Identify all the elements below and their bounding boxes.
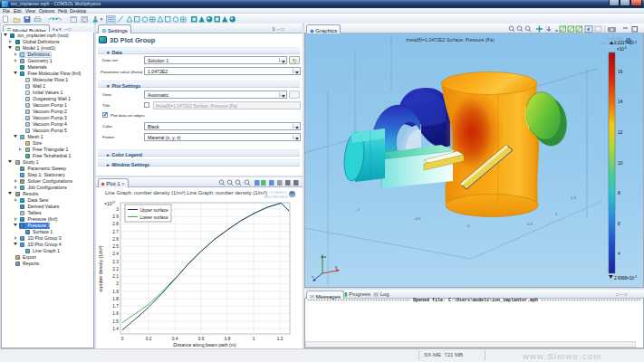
svg-text:2.4: 2.4 <box>112 252 119 256</box>
svg-text:1.5: 1.5 <box>571 195 576 200</box>
svg-text:2.3: 2.3 <box>112 260 119 264</box>
svg-text:6: 6 <box>618 222 620 226</box>
svg-text:2.6: 2.6 <box>112 237 119 242</box>
svg-text:16: 16 <box>618 70 623 74</box>
svg-text:0.5: 0.5 <box>527 222 533 226</box>
svg-text:1: 1 <box>253 337 255 341</box>
svg-text:theta(8)=1.0472E2 Surface: Pr: theta(8)=1.0472E2 Surface: Pressure (Pa) <box>406 37 495 43</box>
svg-text:2: 2 <box>116 281 119 286</box>
svg-text:Lower surface: Lower surface <box>140 214 169 220</box>
svg-text:10: 10 <box>618 161 623 166</box>
svg-text:3: 3 <box>116 207 119 212</box>
svg-text:1.7: 1.7 <box>112 304 119 309</box>
svg-text:x: x <box>312 274 313 279</box>
svg-text:1.6: 1.6 <box>112 311 119 316</box>
svg-text:0.6: 0.6 <box>198 337 205 341</box>
svg-text:number density (1/m³): number density (1/m³) <box>98 245 103 291</box>
svg-text:Upper surface: Upper surface <box>140 207 169 213</box>
svg-text:y: y <box>335 264 337 269</box>
svg-text:2.2217×10-3: 2.2217×10-3 <box>614 41 637 45</box>
svg-text:0.2: 0.2 <box>146 337 152 341</box>
svg-text:2.9: 2.9 <box>112 214 119 219</box>
svg-text:2.2: 2.2 <box>112 267 119 272</box>
svg-text:8: 8 <box>618 191 620 195</box>
svg-text:0.8: 0.8 <box>225 337 231 341</box>
svg-text:2.8: 2.8 <box>112 222 119 226</box>
svg-text:2.9968×10-4: 2.9968×10-4 <box>614 275 637 280</box>
svg-text:0.4: 0.4 <box>172 337 178 341</box>
svg-text:14: 14 <box>618 100 623 104</box>
svg-text:2.1: 2.1 <box>112 274 119 279</box>
svg-text:1.2: 1.2 <box>277 337 284 341</box>
svg-text:4: 4 <box>618 252 620 256</box>
svg-text:Distance along beam path (m): Distance along beam path (m) <box>173 342 236 348</box>
svg-text:Line Graph: number density (1/: Line Graph: number density (1/m³) Line G… <box>105 190 267 195</box>
svg-text:1.8: 1.8 <box>112 297 119 301</box>
svg-text:z: z <box>324 254 326 259</box>
svg-text:MULTIPHYSICS: MULTIPHYSICS <box>264 195 289 199</box>
svg-text:1.5: 1.5 <box>112 319 119 324</box>
svg-text:COMSOL: COMSOL <box>269 190 288 195</box>
svg-text:12: 12 <box>618 130 623 135</box>
svg-text:1.9: 1.9 <box>112 290 119 294</box>
svg-text:2.5: 2.5 <box>112 244 119 249</box>
svg-text:1.4: 1.4 <box>112 327 119 331</box>
svg-text:-0.5: -0.5 <box>414 216 421 221</box>
svg-text:0: 0 <box>121 337 124 341</box>
svg-text:2.7: 2.7 <box>112 230 119 234</box>
